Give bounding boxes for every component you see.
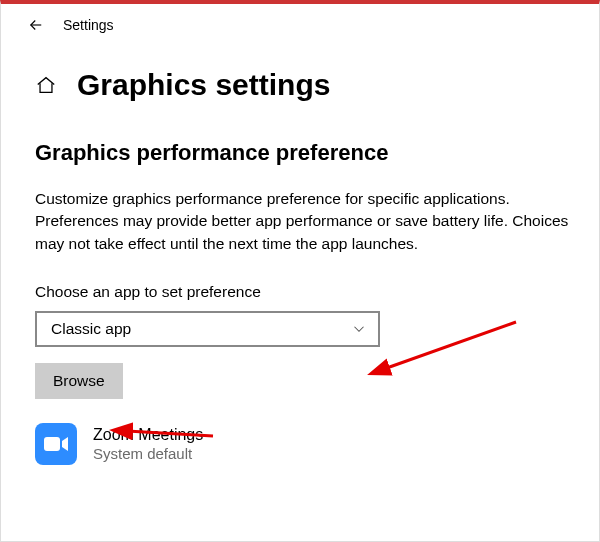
back-icon[interactable] bbox=[27, 16, 45, 34]
app-list-item[interactable]: Zoom Meetings System default bbox=[35, 423, 569, 465]
browse-button[interactable]: Browse bbox=[35, 363, 123, 399]
zoom-icon bbox=[35, 423, 77, 465]
chevron-down-icon bbox=[350, 320, 368, 338]
svg-rect-0 bbox=[44, 437, 60, 451]
app-item-name: Zoom Meetings bbox=[93, 426, 203, 444]
home-icon[interactable] bbox=[35, 74, 57, 96]
choose-app-label: Choose an app to set preference bbox=[35, 283, 569, 301]
section-description: Customize graphics performance preferenc… bbox=[35, 188, 569, 255]
page-title: Graphics settings bbox=[77, 68, 330, 102]
section-heading: Graphics performance preference bbox=[35, 140, 569, 166]
window-title: Settings bbox=[63, 17, 114, 33]
dropdown-value: Classic app bbox=[51, 320, 131, 338]
app-type-dropdown[interactable]: Classic app bbox=[35, 311, 380, 347]
app-item-preference: System default bbox=[93, 445, 203, 462]
